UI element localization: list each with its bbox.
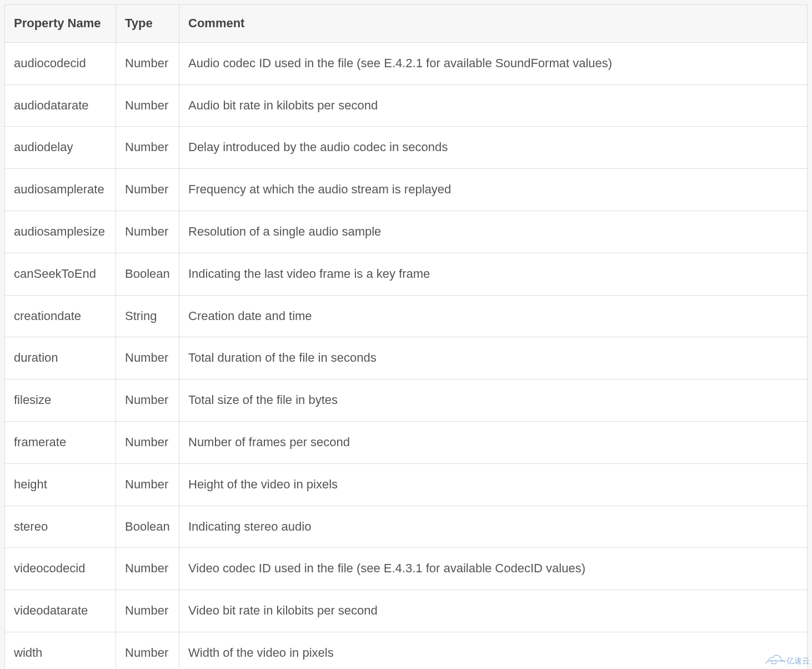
cell-type: Number [116,337,179,380]
table-row: widthNumberWidth of the video in pixels [5,632,808,669]
cell-comment: Total size of the file in bytes [179,380,808,422]
cell-comment: Height of the video in pixels [179,463,808,506]
cell-property-name: audiosamplesize [5,211,116,253]
header-type: Type [116,5,179,43]
cell-type: Number [116,127,179,169]
cell-comment: Number of frames per second [179,421,808,463]
cell-comment: Video bit rate in kilobits per second [179,590,808,632]
cell-type: Boolean [116,506,179,548]
cell-property-name: width [5,632,116,669]
cell-comment: Total duration of the file in seconds [179,337,808,380]
svg-point-1 [775,660,777,662]
cell-comment: Delay introduced by the audio codec in s… [179,127,808,169]
cell-comment: Indicating the last video frame is a key… [179,253,808,295]
cell-type: Number [116,380,179,422]
header-comment: Comment [179,5,808,43]
table-row: framerateNumberNumber of frames per seco… [5,421,808,463]
cell-property-name: audiocodecid [5,42,116,84]
cell-comment: Resolution of a single audio sample [179,211,808,253]
table-body: audiocodecidNumberAudio codec ID used in… [5,42,808,669]
cell-property-name: creationdate [5,295,116,337]
cell-property-name: videodatarate [5,590,116,632]
cell-property-name: duration [5,337,116,380]
cell-property-name: height [5,463,116,506]
table-header: Property Name Type Comment [5,5,808,43]
table-row: canSeekToEndBooleanIndicating the last v… [5,253,808,295]
table-row: stereoBooleanIndicating stereo audio [5,506,808,548]
cell-type: Number [116,548,179,590]
table-row: audiosamplesizeNumberResolution of a sin… [5,211,808,253]
cell-property-name: audiodelay [5,127,116,169]
table-row: audiodatarateNumberAudio bit rate in kil… [5,84,808,127]
cell-property-name: audiodatarate [5,84,116,127]
cell-comment: Indicating stereo audio [179,506,808,548]
table-row: audiosamplerateNumberFrequency at which … [5,169,808,211]
cell-comment: Audio codec ID used in the file (see E.4… [179,42,808,84]
table-row: videocodecidNumberVideo codec ID used in… [5,548,808,590]
cell-comment: Frequency at which the audio stream is r… [179,169,808,211]
cell-type: Number [116,84,179,127]
table-row: videodatarateNumberVideo bit rate in kil… [5,590,808,632]
table-row: heightNumberHeight of the video in pixel… [5,463,808,506]
svg-point-0 [771,660,773,662]
watermark-text: 亿速云 [786,656,810,666]
cell-type: Number [116,632,179,669]
table-row: filesizeNumberTotal size of the file in … [5,380,808,422]
cell-type: Number [116,463,179,506]
cell-comment: Video codec ID used in the file (see E.4… [179,548,808,590]
cell-type: Number [116,42,179,84]
cell-property-name: audiosamplerate [5,169,116,211]
cell-property-name: stereo [5,506,116,548]
table-row: durationNumberTotal duration of the file… [5,337,808,380]
cell-type: Number [116,590,179,632]
cell-property-name: canSeekToEnd [5,253,116,295]
table-row: creationdateStringCreation date and time [5,295,808,337]
cell-type: Boolean [116,253,179,295]
table-row: audiodelayNumberDelay introduced by the … [5,127,808,169]
cell-comment: Width of the video in pixels [179,632,808,669]
watermark: 亿速云 [765,655,810,668]
cell-property-name: videocodecid [5,548,116,590]
header-property-name: Property Name [5,5,116,43]
cell-property-name: filesize [5,380,116,422]
cell-type: Number [116,211,179,253]
cell-comment: Audio bit rate in kilobits per second [179,84,808,127]
cell-type: Number [116,169,179,211]
cell-type: String [116,295,179,337]
table-row: audiocodecidNumberAudio codec ID used in… [5,42,808,84]
cell-type: Number [116,421,179,463]
properties-table: Property Name Type Comment audiocodecidN… [4,4,808,669]
cell-comment: Creation date and time [179,295,808,337]
cell-property-name: framerate [5,421,116,463]
cloud-icon [765,655,785,668]
